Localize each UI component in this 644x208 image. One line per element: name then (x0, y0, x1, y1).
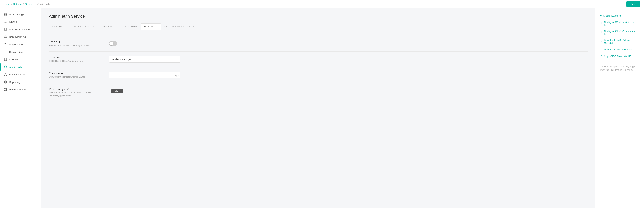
shield-icon (4, 65, 7, 69)
save-button[interactable]: Save (626, 1, 640, 7)
configure-oidc-action[interactable]: Configure OIDC Veridium as IDP (600, 30, 640, 35)
client-secret-control (109, 72, 588, 78)
client-secret-input[interactable] (109, 72, 180, 78)
svg-rect-0 (4, 13, 5, 14)
client-id-label-group: Client ID* OIDC Client ID for Admin Mana… (49, 56, 105, 62)
response-types-label: Response types* (49, 88, 105, 91)
enable-oidc-section: Enable OIDC Enable OIDC for Admin Manage… (49, 36, 588, 52)
sidebar-label-deprovisioning: Deprovisioning (9, 36, 26, 38)
breadcrumb-home[interactable]: Home (4, 3, 10, 6)
response-types-input[interactable]: code ✕ (109, 88, 180, 97)
sidebar-item-reporting[interactable]: Reporting (0, 78, 41, 86)
sidebar-item-geolocation[interactable]: Geolocation (0, 48, 41, 56)
response-types-section: Response types* An array containing a li… (49, 83, 588, 102)
sidebar-item-personalisation[interactable]: Personalisation (0, 86, 41, 93)
create-keystore-label: Create Keystore (603, 14, 621, 17)
file-icon (4, 58, 7, 61)
sidebar-label-geolocation: Geolocation (9, 50, 22, 54)
sidebar-label-session-retention: Session Retention (9, 28, 30, 31)
copy-oidc-action[interactable]: Copy OIDC Metadata URL (600, 54, 640, 58)
svg-rect-9 (4, 58, 6, 60)
users-icon (4, 43, 7, 46)
map-icon (4, 50, 7, 54)
sidebar-label-administrators: Administrators (9, 73, 25, 76)
enable-oidc-desc: Enable OIDC for Admin Manager service (49, 44, 105, 47)
svg-rect-2 (6, 14, 6, 16)
breadcrumb-services[interactable]: Services (25, 3, 34, 6)
client-secret-section: Client secret* OIDC Client secret for Ad… (49, 67, 588, 83)
tab-certificate-auth[interactable]: CERTIFICATE AUTH (68, 23, 97, 30)
report-icon (4, 80, 7, 84)
download-saml-action[interactable]: Download SAML Admin Metadata (600, 39, 640, 44)
page-title: Admin auth Service (49, 14, 588, 19)
tab-saml-auth[interactable]: SAML AUTH (120, 23, 140, 30)
sidebar-item-segregation[interactable]: Segregation (0, 40, 41, 48)
password-toggle-icon[interactable] (175, 74, 178, 77)
configure-saml-action[interactable]: Configure SAML Veridium as IDP (600, 21, 640, 26)
client-id-desc: OIDC Client ID for Admin Manager (49, 60, 105, 62)
sliders-icon (4, 88, 7, 91)
tab-proxy-auth[interactable]: PROXY AUTH (97, 23, 120, 30)
sidebar-item-license[interactable]: License (0, 56, 41, 63)
copy-icon (600, 54, 602, 58)
tag-label: code (113, 90, 118, 93)
sidebar-label-personalisation: Personalisation (9, 88, 26, 91)
svg-rect-4 (4, 28, 6, 30)
breadcrumb-settings[interactable]: Settings (13, 3, 22, 6)
download-icon-oidc (600, 48, 602, 51)
sidebar-item-session-retention[interactable]: Session Retention (0, 26, 41, 33)
sidebar-item-deprovisioning[interactable]: Deprovisioning (0, 33, 41, 40)
sidebar-label-uba-settings: UBA Settings (9, 13, 24, 16)
client-secret-input-wrapper (109, 72, 180, 78)
client-id-input[interactable] (109, 56, 180, 63)
configure-saml-label: Configure SAML Veridium as IDP (604, 21, 640, 26)
grid-icon (4, 20, 7, 24)
create-keystore-action[interactable]: + Create Keystore (600, 14, 640, 17)
sidebar-item-administrators[interactable]: Administrators (0, 71, 41, 78)
table-icon (4, 28, 7, 31)
sidebar-item-kibana[interactable]: Kibana (0, 18, 41, 26)
download-oidc-label: Download OIDC Metadata (604, 48, 632, 51)
person-icon (4, 73, 7, 76)
tab-bar: GENERAL CERTIFICATE AUTH PROXY AUTH SAML… (49, 23, 588, 30)
tab-oidc-auth[interactable]: OIDC AUTH (140, 23, 161, 30)
key-icon-oidc (600, 31, 602, 34)
svg-rect-1 (6, 13, 6, 14)
configure-oidc-label: Configure OIDC Veridium as IDP (604, 30, 640, 35)
tool-icon (4, 35, 7, 38)
tab-general[interactable]: GENERAL (49, 23, 68, 30)
download-saml-label: Download SAML Admin Metadata (604, 39, 640, 44)
download-icon-saml (600, 40, 602, 43)
response-type-tag-code: code ✕ (111, 89, 123, 94)
client-secret-label-group: Client secret* OIDC Client secret for Ad… (49, 72, 105, 78)
right-panel: + Create Keystore Configure SAML Veridiu… (595, 8, 644, 208)
panel-note: Creation of keystore can only happen whe… (600, 65, 640, 72)
sidebar-label-segregation: Segregation (9, 43, 23, 46)
client-secret-desc: OIDC Client secret for Admin Manager (49, 76, 105, 78)
breadcrumb: Home / Settings / Services / Admin auth (4, 3, 50, 6)
enable-oidc-label: Enable OIDC (49, 40, 105, 44)
layout: UBA Settings Kibana Session Retention (0, 8, 644, 208)
response-types-desc: An array containing a list of the OAuth … (49, 92, 105, 97)
copy-oidc-label: Copy OIDC Metadata URL (604, 55, 633, 58)
download-oidc-action[interactable]: Download OIDC Metadata (600, 48, 640, 51)
response-types-label-group: Response types* An array containing a li… (49, 88, 105, 97)
sidebar-label-reporting: Reporting (9, 81, 20, 84)
sidebar-label-admin-auth: Admin auth (9, 66, 22, 68)
tag-remove-code[interactable]: ✕ (119, 90, 121, 93)
svg-rect-3 (4, 14, 5, 16)
sidebar-item-uba-settings[interactable]: UBA Settings (0, 10, 41, 18)
svg-point-5 (4, 43, 6, 44)
sidebar: UBA Settings Kibana Session Retention (0, 8, 41, 208)
panel-divider (600, 61, 640, 62)
enable-oidc-control (109, 40, 588, 46)
breadcrumb-current: Admin auth (37, 3, 50, 6)
response-types-control: code ✕ (109, 88, 588, 97)
sidebar-label-kibana: Kibana (9, 20, 17, 23)
enable-oidc-toggle[interactable] (109, 41, 117, 46)
client-id-label: Client ID* (49, 56, 105, 59)
client-id-section: Client ID* OIDC Client ID for Admin Mana… (49, 52, 588, 67)
sidebar-item-admin-auth[interactable]: Admin auth (0, 63, 41, 71)
tab-saml-key-management[interactable]: SAML KEY MANAGEMENT (161, 23, 198, 30)
enable-oidc-label-group: Enable OIDC Enable OIDC for Admin Manage… (49, 40, 105, 47)
